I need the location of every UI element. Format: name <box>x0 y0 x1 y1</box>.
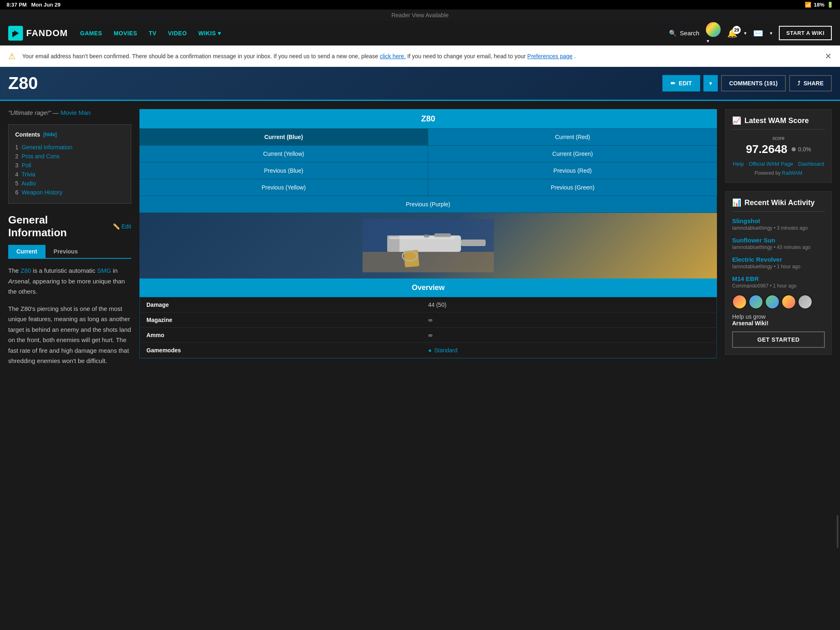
fandom-logo-text: FANDOM <box>26 28 68 39</box>
gamemodes-link[interactable]: ● Standard <box>428 347 710 354</box>
mail-button[interactable]: ✉️ <box>753 28 763 38</box>
start-wiki-button[interactable]: START A WIKI <box>779 26 832 40</box>
mail-chevron-icon: ▾ <box>770 30 772 36</box>
general-info-heading: General Information ✏️ Edit <box>8 214 131 239</box>
nav-video[interactable]: VIDEO <box>168 30 187 37</box>
contents-link-pros-cons[interactable]: Pros and Cons <box>22 153 60 160</box>
email-banner-text: Your email address hasn't been confirmed… <box>22 52 818 61</box>
railwam-link[interactable]: RailWAM <box>782 170 803 176</box>
weapon-tab-previous-purple[interactable]: Previous (Purple) <box>139 196 717 213</box>
wam-help-link[interactable]: Help <box>733 161 744 167</box>
main-layout: "Ultimate rage!" — Movie Man Contents [h… <box>0 101 840 381</box>
wam-dashboard-link[interactable]: Dashboard <box>798 161 824 167</box>
svg-rect-1 <box>363 252 494 272</box>
avatar <box>732 294 747 309</box>
email-confirmation-banner: ⚠ Your email address hasn't been confirm… <box>0 46 840 67</box>
notification-badge: 29 <box>733 26 741 34</box>
activity-meta: Iamnotabluethingy • 1 hour ago <box>732 264 825 269</box>
list-item: 2 Pros and Cons <box>15 152 124 161</box>
mail-icon: ✉️ <box>753 29 763 38</box>
battery-level: 18% <box>814 2 824 8</box>
nav-wikis[interactable]: WIKIS ▾ <box>199 30 221 37</box>
status-time: 8:37 PM Mon Jun 29 <box>7 2 61 8</box>
comments-button[interactable]: COMMENTS (191) <box>721 75 786 91</box>
fandom-logo[interactable]: FANDOM <box>8 26 68 41</box>
list-item: Electric Revolver Iamnotabluethingy • 1 … <box>732 256 825 269</box>
general-info-edit-link[interactable]: ✏️ Edit <box>113 223 131 230</box>
contents-list: 1 General Information 2 Pros and Cons 3 … <box>15 143 124 197</box>
activity-link-m14ebr[interactable]: M14 EBR <box>732 275 825 282</box>
wam-title: 📈 Latest WAM Score <box>732 116 825 130</box>
z80-link[interactable]: Z80 <box>21 267 31 274</box>
pencil-icon: ✏ <box>671 80 676 87</box>
weapon-tab-previous-yellow[interactable]: Previous (Yellow) <box>139 179 428 196</box>
activity-link-electric[interactable]: Electric Revolver <box>732 256 825 263</box>
weapon-tab-current-blue[interactable]: Current (Blue) <box>139 129 428 146</box>
contents-hide-link[interactable]: [hide] <box>43 132 57 137</box>
contents-link-weapon-history[interactable]: Weapon History <box>22 189 62 196</box>
wam-official-link[interactable]: Official WAM Page <box>749 161 793 167</box>
weapon-tab-current-green[interactable]: Current (Green) <box>428 146 717 162</box>
contents-link-audio[interactable]: Audio <box>21 180 36 187</box>
contents-link-trivia[interactable]: Trivia <box>21 171 35 178</box>
weapon-tab-previous-blue[interactable]: Previous (Blue) <box>139 162 428 179</box>
arsenal-wiki-link[interactable]: Arsenal Wiki! <box>732 320 769 326</box>
wam-dot-icon <box>792 147 796 151</box>
wiki-header: Z80 ✏ EDIT ▾ COMMENTS (191) ⤴ SHARE <box>0 67 840 101</box>
search-button[interactable]: 🔍 Search <box>669 30 700 37</box>
quote-text: "Ultimate rage!" <box>8 109 51 116</box>
table-row: Ammo ∞ <box>140 328 717 343</box>
weapon-tab-current-yellow[interactable]: Current (Yellow) <box>139 146 428 162</box>
edit-button[interactable]: ✏ EDIT <box>662 75 700 91</box>
weapon-tab-previous-red[interactable]: Previous (Red) <box>428 162 717 179</box>
close-banner-button[interactable]: ✕ <box>825 51 832 61</box>
tab-previous[interactable]: Previous <box>46 245 86 258</box>
avatar <box>765 294 780 309</box>
click-here-link[interactable]: click here. <box>380 53 406 59</box>
smg-link[interactable]: SMG <box>97 267 111 274</box>
navbar: FANDOM GAMES MOVIES TV VIDEO WIKIS ▾ 🔍 S… <box>0 21 840 46</box>
fandom-logo-icon <box>8 26 23 41</box>
weapon-tab-previous-green[interactable]: Previous (Green) <box>428 179 717 196</box>
get-started-button[interactable]: GET STARTED <box>732 331 825 348</box>
nav-games[interactable]: GAMES <box>80 30 102 37</box>
weapon-tabs-grid: Current (Blue) Current (Red) Current (Ye… <box>139 128 717 213</box>
contents-title: Contents [hide] <box>15 131 124 138</box>
svg-rect-6 <box>404 250 419 267</box>
contents-link-general-info[interactable]: General Information <box>22 144 73 151</box>
preferences-link[interactable]: Preferences page <box>527 53 573 59</box>
wiki-actions: ✏ EDIT ▾ COMMENTS (191) ⤴ SHARE <box>662 75 832 91</box>
quote-section: "Ultimate rage!" — Movie Man <box>8 109 131 116</box>
list-item: 4 Trivia <box>15 170 124 179</box>
contents-link-poll[interactable]: Poll <box>22 162 31 169</box>
notification-button[interactable]: 🔔 29 <box>727 28 737 38</box>
weapon-tab-current-red[interactable]: Current (Red) <box>428 129 717 146</box>
share-button[interactable]: ⤴ SHARE <box>789 75 832 91</box>
list-item: Slingshot Iamnotabluethingy • 3 minutes … <box>732 217 825 231</box>
list-item: 6 Weapon History <box>15 188 124 197</box>
search-icon: 🔍 <box>669 30 677 37</box>
wam-score-label: score <box>732 135 825 141</box>
tab-current[interactable]: Current <box>8 245 46 258</box>
wifi-icon: 📶 <box>805 2 811 8</box>
edit-dropdown-button[interactable]: ▾ <box>703 75 718 91</box>
nav-links: GAMES MOVIES TV VIDEO WIKIS ▾ <box>80 30 669 37</box>
user-avatar[interactable] <box>706 22 721 37</box>
activity-icon: 📊 <box>732 198 741 207</box>
quote-author-link[interactable]: Movie Man <box>60 109 90 116</box>
activity-link-sunflower[interactable]: Sunflower Sun <box>732 237 825 244</box>
table-row: Magazine ∞ <box>140 313 717 328</box>
activity-meta: Iamnotabluethingy • 43 minutes ago <box>732 244 825 250</box>
avatar-container[interactable]: ▾ <box>706 22 721 44</box>
avatar-chevron-icon: ▾ <box>707 38 709 44</box>
nav-movies[interactable]: MOVIES <box>114 30 137 37</box>
weapon-image-area <box>139 213 717 278</box>
nav-tv[interactable]: TV <box>149 30 157 37</box>
list-item: 1 General Information <box>15 143 124 152</box>
weapon-table: Z80 Current (Blue) Current (Red) Current… <box>139 109 717 358</box>
activity-link-slingshot[interactable]: Slingshot <box>732 217 825 224</box>
wam-box: 📈 Latest WAM Score score 97.2648 0.0% He… <box>725 109 832 183</box>
warning-icon: ⚠ <box>8 51 16 61</box>
status-bar: 8:37 PM Mon Jun 29 📶 18% 🔋 <box>0 0 840 9</box>
wikis-chevron-icon: ▾ <box>218 30 221 37</box>
